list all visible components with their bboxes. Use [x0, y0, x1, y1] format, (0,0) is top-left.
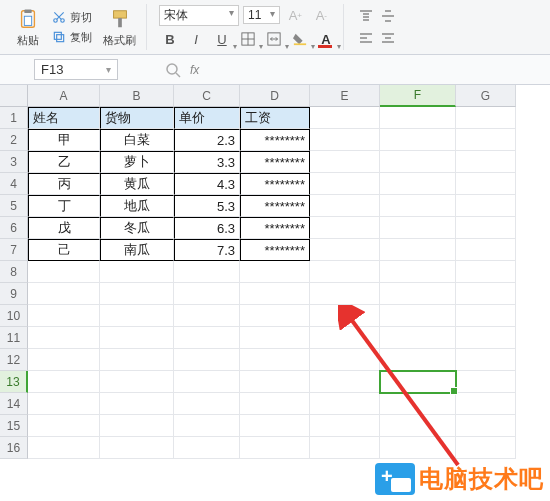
cell[interactable]: [28, 305, 100, 327]
cell[interactable]: [310, 129, 380, 151]
cell[interactable]: 己: [28, 239, 100, 261]
cell[interactable]: [28, 393, 100, 415]
cell[interactable]: 戊: [28, 217, 100, 239]
align-top-button[interactable]: [356, 6, 376, 26]
cell[interactable]: [310, 437, 380, 459]
format-painter-button[interactable]: 格式刷: [99, 5, 140, 50]
align-center-button[interactable]: [378, 28, 398, 48]
row-header[interactable]: 12: [0, 349, 28, 371]
cell[interactable]: [456, 327, 516, 349]
cell[interactable]: [28, 261, 100, 283]
cell[interactable]: [100, 393, 174, 415]
row-header[interactable]: 2: [0, 129, 28, 151]
cell[interactable]: [240, 305, 310, 327]
cell[interactable]: [456, 283, 516, 305]
cell[interactable]: ********: [240, 217, 310, 239]
cell[interactable]: [310, 327, 380, 349]
bold-button[interactable]: B: [159, 28, 181, 50]
cell[interactable]: [100, 349, 174, 371]
cell[interactable]: [310, 173, 380, 195]
cell[interactable]: [310, 261, 380, 283]
cell[interactable]: [240, 349, 310, 371]
column-header-A[interactable]: A: [28, 85, 100, 107]
cell[interactable]: [174, 261, 240, 283]
cell[interactable]: [100, 327, 174, 349]
cell[interactable]: [380, 371, 456, 393]
cell[interactable]: [456, 261, 516, 283]
font-color-button[interactable]: A ▾: [315, 28, 337, 50]
row-header[interactable]: 6: [0, 217, 28, 239]
cell[interactable]: [310, 371, 380, 393]
cell[interactable]: [174, 393, 240, 415]
cell[interactable]: [456, 129, 516, 151]
cell[interactable]: [380, 261, 456, 283]
increase-font-button[interactable]: A+: [284, 4, 306, 26]
cell[interactable]: [100, 261, 174, 283]
cell[interactable]: 丁: [28, 195, 100, 217]
cell[interactable]: 丙: [28, 173, 100, 195]
cell[interactable]: [456, 107, 516, 129]
cell[interactable]: [28, 327, 100, 349]
cell[interactable]: 白菜: [100, 129, 174, 151]
cell[interactable]: [100, 305, 174, 327]
row-header[interactable]: 13: [0, 371, 28, 393]
cell[interactable]: [380, 173, 456, 195]
cell[interactable]: [174, 415, 240, 437]
cell[interactable]: [28, 371, 100, 393]
cell[interactable]: [380, 217, 456, 239]
cell[interactable]: [310, 349, 380, 371]
cell[interactable]: [28, 283, 100, 305]
column-header-D[interactable]: D: [240, 85, 310, 107]
cell[interactable]: ********: [240, 129, 310, 151]
row-header[interactable]: 15: [0, 415, 28, 437]
cell[interactable]: [380, 349, 456, 371]
cell[interactable]: 6.3: [174, 217, 240, 239]
cell[interactable]: [456, 349, 516, 371]
column-header-G[interactable]: G: [456, 85, 516, 107]
cell[interactable]: 冬瓜: [100, 217, 174, 239]
cell[interactable]: [100, 283, 174, 305]
cell[interactable]: [380, 305, 456, 327]
cell[interactable]: [380, 437, 456, 459]
cell[interactable]: [456, 305, 516, 327]
cell[interactable]: [456, 437, 516, 459]
row-header[interactable]: 16: [0, 437, 28, 459]
borders-button[interactable]: ▾: [237, 28, 259, 50]
copy-button[interactable]: 复制: [48, 28, 95, 46]
cell[interactable]: [380, 239, 456, 261]
cell[interactable]: [380, 151, 456, 173]
align-middle-button[interactable]: [378, 6, 398, 26]
decrease-font-button[interactable]: A-: [310, 4, 332, 26]
cell[interactable]: [380, 327, 456, 349]
merge-cells-button[interactable]: ▾: [263, 28, 285, 50]
paste-button[interactable]: 粘贴: [12, 5, 44, 50]
cell[interactable]: [240, 415, 310, 437]
cell[interactable]: ********: [240, 173, 310, 195]
cell[interactable]: [310, 217, 380, 239]
column-header-F[interactable]: F: [380, 85, 456, 107]
cell[interactable]: [240, 393, 310, 415]
cell[interactable]: [380, 129, 456, 151]
cell[interactable]: [310, 195, 380, 217]
fx-icon[interactable]: fx: [190, 63, 199, 77]
row-header[interactable]: 10: [0, 305, 28, 327]
cell[interactable]: [456, 151, 516, 173]
cell[interactable]: 单价: [174, 107, 240, 129]
cell[interactable]: [28, 349, 100, 371]
cell[interactable]: [456, 217, 516, 239]
cell[interactable]: 7.3: [174, 239, 240, 261]
column-header-B[interactable]: B: [100, 85, 174, 107]
cell[interactable]: 4.3: [174, 173, 240, 195]
cell[interactable]: [456, 173, 516, 195]
cell[interactable]: 5.3: [174, 195, 240, 217]
cell[interactable]: [310, 107, 380, 129]
cell[interactable]: [380, 393, 456, 415]
cell[interactable]: ********: [240, 239, 310, 261]
cell[interactable]: [456, 393, 516, 415]
cell[interactable]: [100, 371, 174, 393]
cell[interactable]: [240, 371, 310, 393]
cell[interactable]: [174, 327, 240, 349]
cell[interactable]: 地瓜: [100, 195, 174, 217]
row-header[interactable]: 7: [0, 239, 28, 261]
cell[interactable]: [174, 305, 240, 327]
